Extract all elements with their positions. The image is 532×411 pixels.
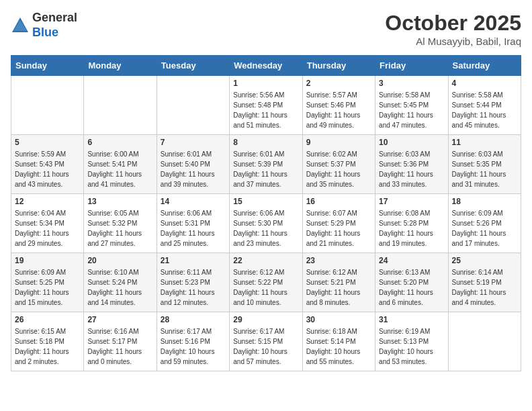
- day-number: 18: [452, 197, 517, 206]
- day-number: 27: [87, 315, 152, 324]
- day-number: 11: [452, 138, 517, 147]
- calendar-day-cell: 12 Sunrise: 6:04 AMSunset: 5:34 PMDaylig…: [11, 194, 84, 253]
- day-number: 30: [306, 315, 371, 324]
- day-info: Sunrise: 6:04 AMSunset: 5:34 PMDaylight:…: [15, 210, 69, 247]
- logo-icon: [11, 16, 30, 35]
- day-number: 20: [87, 256, 152, 265]
- calendar-day-cell: 3 Sunrise: 5:58 AMSunset: 5:45 PMDayligh…: [375, 76, 448, 135]
- calendar-day-cell: 13 Sunrise: 6:05 AMSunset: 5:32 PMDaylig…: [84, 194, 157, 253]
- calendar-week-row: 5 Sunrise: 5:59 AMSunset: 5:43 PMDayligh…: [11, 135, 521, 194]
- logo-general-text: General: [32, 11, 77, 24]
- title-block: October 2025 Al Musayyib, Babil, Iraq: [385, 11, 521, 47]
- day-number: 6: [87, 138, 152, 147]
- weekday-header: Wednesday: [230, 56, 302, 76]
- day-info: Sunrise: 6:11 AMSunset: 5:23 PMDaylight:…: [161, 269, 215, 306]
- calendar-day-cell: 18 Sunrise: 6:09 AMSunset: 5:26 PMDaylig…: [448, 194, 521, 253]
- calendar-day-cell: 28 Sunrise: 6:17 AMSunset: 5:16 PMDaylig…: [157, 312, 229, 371]
- day-info: Sunrise: 6:13 AMSunset: 5:20 PMDaylight:…: [379, 269, 433, 306]
- calendar-day-cell: 21 Sunrise: 6:11 AMSunset: 5:23 PMDaylig…: [157, 253, 229, 312]
- day-number: 26: [15, 315, 80, 324]
- day-info: Sunrise: 5:58 AMSunset: 5:45 PMDaylight:…: [379, 91, 433, 129]
- weekday-header: Friday: [375, 56, 448, 76]
- day-info: Sunrise: 6:17 AMSunset: 5:15 PMDaylight:…: [233, 328, 287, 365]
- day-info: Sunrise: 6:14 AMSunset: 5:19 PMDaylight:…: [452, 269, 506, 306]
- day-info: Sunrise: 6:06 AMSunset: 5:30 PMDaylight:…: [233, 210, 287, 247]
- calendar-day-cell: 8 Sunrise: 6:01 AMSunset: 5:39 PMDayligh…: [230, 135, 302, 194]
- day-number: 21: [161, 256, 226, 265]
- day-number: 16: [306, 197, 371, 206]
- weekday-header: Sunday: [11, 56, 84, 76]
- day-number: 10: [379, 138, 444, 147]
- day-number: 3: [379, 79, 444, 88]
- calendar-day-cell: 1 Sunrise: 5:56 AMSunset: 5:48 PMDayligh…: [230, 76, 302, 135]
- day-number: 4: [452, 79, 517, 88]
- calendar-day-cell: 10 Sunrise: 6:03 AMSunset: 5:36 PMDaylig…: [375, 135, 448, 194]
- location-text: Al Musayyib, Babil, Iraq: [385, 36, 521, 47]
- logo: General Blue: [11, 11, 77, 40]
- calendar-day-cell: 17 Sunrise: 6:08 AMSunset: 5:28 PMDaylig…: [375, 194, 448, 253]
- day-number: 25: [452, 256, 517, 265]
- calendar-day-cell: 22 Sunrise: 6:12 AMSunset: 5:22 PMDaylig…: [230, 253, 302, 312]
- calendar-day-cell: [448, 312, 521, 371]
- day-number: 28: [161, 315, 226, 324]
- calendar-day-cell: [157, 76, 229, 135]
- day-info: Sunrise: 6:09 AMSunset: 5:25 PMDaylight:…: [15, 269, 69, 306]
- calendar-week-row: 19 Sunrise: 6:09 AMSunset: 5:25 PMDaylig…: [11, 253, 521, 312]
- weekday-header: Tuesday: [157, 56, 229, 76]
- day-info: Sunrise: 6:07 AMSunset: 5:29 PMDaylight:…: [306, 210, 361, 247]
- month-title: October 2025: [385, 11, 521, 36]
- day-info: Sunrise: 6:12 AMSunset: 5:22 PMDaylight:…: [233, 269, 287, 306]
- day-number: 17: [379, 197, 444, 206]
- calendar-week-row: 12 Sunrise: 6:04 AMSunset: 5:34 PMDaylig…: [11, 194, 521, 253]
- calendar-day-cell: 2 Sunrise: 5:57 AMSunset: 5:46 PMDayligh…: [302, 76, 375, 135]
- day-number: 5: [15, 138, 80, 147]
- day-number: 19: [15, 256, 80, 265]
- day-number: 1: [233, 79, 298, 88]
- calendar-day-cell: [11, 76, 84, 135]
- day-number: 7: [161, 138, 226, 147]
- day-info: Sunrise: 6:12 AMSunset: 5:21 PMDaylight:…: [306, 269, 361, 306]
- calendar-day-cell: [84, 76, 157, 135]
- day-info: Sunrise: 6:16 AMSunset: 5:17 PMDaylight:…: [87, 328, 142, 365]
- day-info: Sunrise: 6:09 AMSunset: 5:26 PMDaylight:…: [452, 210, 506, 247]
- calendar-day-cell: 20 Sunrise: 6:10 AMSunset: 5:24 PMDaylig…: [84, 253, 157, 312]
- day-number: 8: [233, 138, 298, 147]
- day-info: Sunrise: 5:57 AMSunset: 5:46 PMDaylight:…: [306, 91, 361, 129]
- calendar-week-row: 26 Sunrise: 6:15 AMSunset: 5:18 PMDaylig…: [11, 312, 521, 371]
- day-info: Sunrise: 6:15 AMSunset: 5:18 PMDaylight:…: [15, 328, 69, 365]
- day-info: Sunrise: 6:01 AMSunset: 5:40 PMDaylight:…: [161, 150, 215, 188]
- day-number: 31: [379, 315, 444, 324]
- day-info: Sunrise: 6:03 AMSunset: 5:36 PMDaylight:…: [379, 150, 433, 188]
- day-number: 23: [306, 256, 371, 265]
- day-info: Sunrise: 6:17 AMSunset: 5:16 PMDaylight:…: [161, 328, 215, 365]
- day-info: Sunrise: 6:02 AMSunset: 5:37 PMDaylight:…: [306, 150, 361, 188]
- calendar-day-cell: 9 Sunrise: 6:02 AMSunset: 5:37 PMDayligh…: [302, 135, 375, 194]
- day-number: 12: [15, 197, 80, 206]
- day-info: Sunrise: 5:56 AMSunset: 5:48 PMDaylight:…: [233, 91, 287, 129]
- weekday-header: Saturday: [448, 56, 521, 76]
- calendar-day-cell: 27 Sunrise: 6:16 AMSunset: 5:17 PMDaylig…: [84, 312, 157, 371]
- calendar-day-cell: 26 Sunrise: 6:15 AMSunset: 5:18 PMDaylig…: [11, 312, 84, 371]
- page-header: General Blue October 2025 Al Musayyib, B…: [11, 11, 521, 47]
- day-number: 14: [161, 197, 226, 206]
- calendar-day-cell: 16 Sunrise: 6:07 AMSunset: 5:29 PMDaylig…: [302, 194, 375, 253]
- calendar-day-cell: 19 Sunrise: 6:09 AMSunset: 5:25 PMDaylig…: [11, 253, 84, 312]
- logo-blue-text: Blue: [32, 26, 58, 39]
- calendar-day-cell: 4 Sunrise: 5:58 AMSunset: 5:44 PMDayligh…: [448, 76, 521, 135]
- day-info: Sunrise: 6:18 AMSunset: 5:14 PMDaylight:…: [306, 328, 361, 365]
- calendar-day-cell: 25 Sunrise: 6:14 AMSunset: 5:19 PMDaylig…: [448, 253, 521, 312]
- svg-marker-1: [13, 20, 27, 31]
- day-info: Sunrise: 5:59 AMSunset: 5:43 PMDaylight:…: [15, 150, 69, 188]
- day-info: Sunrise: 6:06 AMSunset: 5:31 PMDaylight:…: [161, 210, 215, 247]
- calendar-day-cell: 30 Sunrise: 6:18 AMSunset: 5:14 PMDaylig…: [302, 312, 375, 371]
- calendar-week-row: 1 Sunrise: 5:56 AMSunset: 5:48 PMDayligh…: [11, 76, 521, 135]
- day-info: Sunrise: 6:10 AMSunset: 5:24 PMDaylight:…: [87, 269, 142, 306]
- day-info: Sunrise: 6:01 AMSunset: 5:39 PMDaylight:…: [233, 150, 287, 188]
- calendar-day-cell: 11 Sunrise: 6:03 AMSunset: 5:35 PMDaylig…: [448, 135, 521, 194]
- calendar-day-cell: 7 Sunrise: 6:01 AMSunset: 5:40 PMDayligh…: [157, 135, 229, 194]
- day-number: 9: [306, 138, 371, 147]
- day-number: 2: [306, 79, 371, 88]
- day-number: 24: [379, 256, 444, 265]
- day-info: Sunrise: 6:03 AMSunset: 5:35 PMDaylight:…: [452, 150, 506, 188]
- day-number: 29: [233, 315, 298, 324]
